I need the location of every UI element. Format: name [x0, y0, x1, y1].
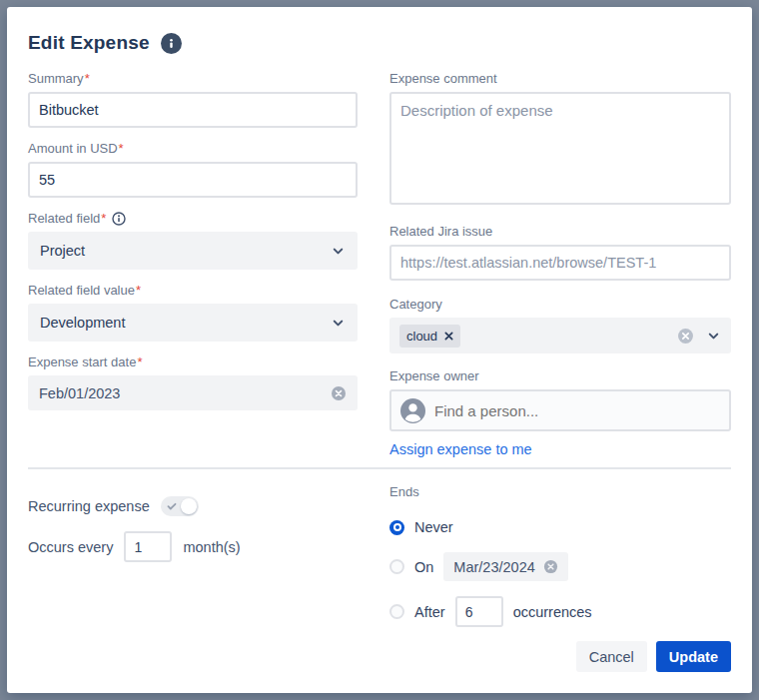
- recurring-section: Recurring expense Occurs every month(s): [28, 469, 358, 627]
- ends-option-after: After occurrences: [389, 596, 731, 627]
- amount-label: Amount in USD*: [28, 141, 358, 156]
- info-outline-icon[interactable]: [112, 212, 126, 226]
- owner-label: Expense owner: [389, 368, 731, 383]
- related-field-value-select[interactable]: Development: [28, 304, 358, 342]
- never-label: Never: [414, 519, 453, 535]
- ends-option-on: On Mar/23/2024: [389, 552, 731, 581]
- category-select[interactable]: cloud: [389, 318, 731, 353]
- required-marker: *: [137, 354, 142, 369]
- radio-after[interactable]: [389, 604, 404, 619]
- comment-textarea[interactable]: [389, 92, 731, 205]
- months-label: month(s): [183, 539, 240, 555]
- interval-input[interactable]: [124, 531, 172, 562]
- form-left-column: Summary* Amount in USD* Related field* P…: [28, 71, 358, 458]
- ends-label: Ends: [389, 484, 731, 499]
- form-right-column: Expense comment Related Jira issue Categ…: [389, 71, 731, 458]
- start-date-label: Expense start date*: [28, 354, 358, 369]
- chevron-down-icon: [331, 316, 346, 331]
- summary-label: Summary*: [28, 71, 358, 86]
- clear-category-icon[interactable]: [677, 328, 694, 345]
- clear-date-icon[interactable]: [331, 385, 347, 401]
- end-date-field[interactable]: Mar/23/2024: [443, 552, 567, 581]
- dialog-footer: Cancel Update: [576, 641, 731, 672]
- check-icon: [166, 500, 178, 512]
- info-icon[interactable]: [161, 33, 182, 54]
- related-field-value: Project: [40, 243, 85, 259]
- radio-on[interactable]: [389, 559, 404, 574]
- end-date-value: Mar/23/2024: [453, 559, 534, 575]
- radio-never[interactable]: [389, 520, 404, 535]
- toggle-knob: [181, 498, 197, 514]
- required-marker: *: [85, 71, 90, 86]
- avatar-icon: [400, 398, 425, 423]
- related-field-label: Related field*: [28, 211, 106, 226]
- comment-label: Expense comment: [389, 71, 731, 86]
- start-date-value: Feb/01/2023: [39, 385, 120, 401]
- assign-to-me-link[interactable]: Assign expense to me: [389, 441, 532, 457]
- recurring-label: Recurring expense: [28, 498, 150, 514]
- chevron-down-icon: [706, 329, 721, 344]
- page-title: Edit Expense: [28, 32, 150, 54]
- remove-tag-icon[interactable]: [444, 332, 453, 341]
- occurrences-label: occurrences: [513, 604, 592, 620]
- chevron-down-icon: [331, 244, 346, 259]
- related-field-select[interactable]: Project: [28, 232, 358, 270]
- required-marker: *: [119, 141, 124, 156]
- jira-issue-label: Related Jira issue: [389, 224, 731, 239]
- ends-section: Ends Never On Mar/23/2024 After: [389, 469, 731, 627]
- category-label: Category: [389, 297, 731, 312]
- update-button[interactable]: Update: [656, 641, 731, 672]
- related-field-value-value: Development: [40, 315, 125, 331]
- related-field-value-label: Related field value*: [28, 283, 358, 298]
- clear-end-date-icon[interactable]: [543, 559, 558, 574]
- after-label: After: [414, 604, 445, 620]
- on-label: On: [414, 559, 433, 575]
- dialog-header: Edit Expense: [28, 32, 731, 54]
- required-marker: *: [101, 211, 106, 226]
- occurs-every-label: Occurs every: [28, 539, 113, 555]
- summary-input[interactable]: [28, 92, 358, 128]
- owner-search-input[interactable]: [434, 402, 720, 419]
- required-marker: *: [136, 283, 141, 298]
- category-tag: cloud: [399, 325, 460, 348]
- occurrences-input[interactable]: [455, 596, 503, 627]
- edit-expense-dialog: Edit Expense Summary* Amount in USD* Rel…: [7, 7, 752, 693]
- start-date-field[interactable]: Feb/01/2023: [28, 375, 358, 410]
- cancel-button[interactable]: Cancel: [576, 641, 647, 672]
- recurring-toggle[interactable]: [161, 496, 199, 516]
- amount-input[interactable]: [28, 162, 358, 198]
- jira-issue-input[interactable]: [389, 245, 731, 281]
- ends-option-never: Never: [389, 519, 731, 535]
- owner-field[interactable]: [389, 389, 731, 431]
- category-tag-label: cloud: [406, 329, 437, 344]
